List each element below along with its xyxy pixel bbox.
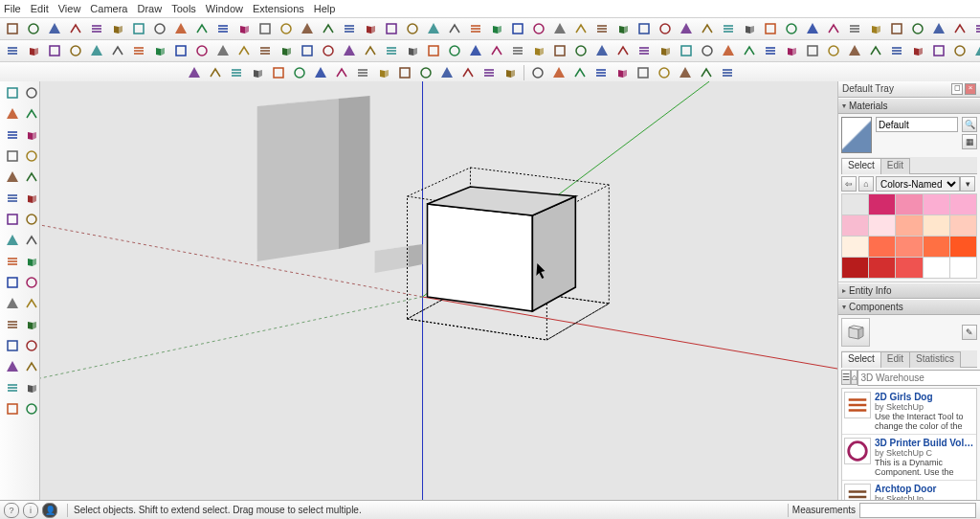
open-button[interactable]	[24, 19, 43, 38]
refresh-button[interactable]	[206, 63, 225, 82]
arc-segments-button[interactable]	[192, 19, 212, 38]
scale-button[interactable]	[403, 41, 422, 60]
polygon-button[interactable]	[192, 41, 212, 60]
rectangle-button[interactable]	[129, 41, 148, 60]
menu-edit[interactable]: Edit	[31, 3, 49, 14]
new-model-button[interactable]	[3, 19, 22, 38]
material-swatch-8[interactable]	[924, 215, 949, 236]
flatten-button[interactable]	[298, 19, 317, 38]
freehand-tool[interactable]	[22, 125, 41, 145]
zoom-extents-button[interactable]	[635, 41, 654, 60]
style-1-button[interactable]	[340, 19, 359, 38]
polygon-tool-button[interactable]	[570, 63, 590, 82]
dimension-button[interactable]	[466, 41, 485, 60]
two-point-arc-button[interactable]	[234, 41, 254, 60]
materials-back-icon[interactable]: ⇦	[841, 176, 857, 192]
materials-current-swatch[interactable]	[841, 117, 872, 153]
material-swatch-1[interactable]	[869, 194, 895, 214]
monochrome-button[interactable]	[824, 19, 843, 38]
material-swatch-4[interactable]	[950, 194, 976, 214]
components-tab-statistics[interactable]: Statistics	[909, 351, 961, 368]
menu-file[interactable]: File	[4, 3, 21, 14]
fog-button[interactable]	[887, 19, 906, 38]
two-arc-tool[interactable]	[22, 147, 41, 166]
solid-shell-button[interactable]	[508, 19, 527, 38]
warehouse-tool[interactable]	[3, 399, 22, 418]
section-cut-button[interactable]	[571, 19, 590, 38]
protractor-button[interactable]	[445, 41, 464, 60]
pan-button[interactable]	[571, 41, 590, 60]
materials-panel-header[interactable]: Materials	[838, 98, 980, 114]
preferences-button[interactable]	[269, 63, 288, 82]
3d-text-tool[interactable]	[22, 294, 41, 313]
axis-green-button[interactable]	[655, 63, 674, 82]
solid-union-button[interactable]	[403, 19, 422, 38]
material-swatch-0[interactable]	[842, 194, 868, 214]
follow-me-tool[interactable]	[22, 231, 41, 250]
hidden-line-button[interactable]	[761, 19, 780, 38]
eraser-button[interactable]	[45, 41, 64, 60]
component-item-0[interactable]: 2D Girls Dogby SketchUpUse the Interact …	[842, 389, 976, 435]
components-apply-icon[interactable]: ✎	[962, 325, 977, 340]
components-home-icon[interactable]: ⌂	[851, 370, 858, 385]
entity-info-panel-header[interactable]: Entity Info	[838, 282, 980, 299]
dynamic-interact-button[interactable]	[416, 63, 435, 82]
isolate-button[interactable]	[677, 19, 696, 38]
components-panel-header[interactable]: Components	[838, 299, 980, 315]
shadow-on-button[interactable]	[845, 19, 864, 38]
rotate-tool[interactable]	[22, 210, 41, 229]
dimension-tool[interactable]	[22, 273, 41, 292]
push-pull-button[interactable]	[298, 41, 317, 60]
warehouse-button[interactable]	[782, 41, 801, 60]
materials-tab-edit[interactable]: Edit	[880, 158, 910, 174]
follow-me-button[interactable]	[319, 41, 338, 60]
zoom-tool[interactable]	[3, 336, 22, 355]
xray-button[interactable]	[698, 19, 717, 38]
down-tool-button[interactable]	[612, 63, 632, 82]
section-tool[interactable]	[22, 378, 41, 397]
menu-bar[interactable]: FileEditViewCameraDrawToolsWindowExtensi…	[0, 0, 980, 18]
inference-lock-button[interactable]	[718, 63, 737, 82]
toggle-a-button[interactable]	[227, 63, 246, 82]
material-swatch-16[interactable]	[869, 258, 895, 278]
materials-home-icon[interactable]: ⌂	[858, 176, 874, 192]
clock-button[interactable]	[185, 63, 204, 82]
animate-export-button[interactable]	[908, 41, 927, 60]
material-swatch-15[interactable]	[842, 258, 868, 278]
align-axis-button[interactable]	[676, 63, 695, 82]
rectangle-tool[interactable]	[3, 168, 22, 187]
menu-extensions[interactable]: Extensions	[253, 3, 304, 14]
3d-viewport[interactable]	[40, 81, 837, 501]
look-around-button[interactable]	[698, 41, 717, 60]
tag-toggle-button[interactable]	[479, 63, 499, 82]
menu-view[interactable]: View	[58, 3, 81, 14]
materials-menu-icon[interactable]: ▾	[960, 176, 975, 192]
rotate-button[interactable]	[382, 41, 401, 60]
shaded-textures-button[interactable]	[803, 19, 822, 38]
line-button[interactable]	[87, 41, 106, 60]
clean-button[interactable]	[256, 19, 275, 38]
entity-info-btn-button[interactable]	[824, 41, 843, 60]
zoom-window-button[interactable]	[613, 41, 633, 60]
model-info-button[interactable]	[290, 63, 309, 82]
make-unique-button[interactable]	[319, 19, 338, 38]
box-selected[interactable]	[428, 187, 576, 311]
material-swatch-9[interactable]	[950, 215, 976, 236]
component-item-1[interactable]: 3D Printer Build Volumeby SketchUp CThis…	[842, 435, 976, 481]
menu-draw[interactable]: Draw	[137, 3, 162, 14]
extension-wh-button[interactable]	[803, 41, 822, 60]
materials-tab-select[interactable]: Select	[841, 158, 881, 174]
sandbox-drape-button[interactable]	[87, 19, 106, 38]
walk-button[interactable]	[719, 41, 738, 60]
position-camera-button[interactable]	[677, 41, 696, 60]
section-plane-2-button[interactable]	[740, 41, 759, 60]
animate-next-button[interactable]	[950, 41, 969, 60]
components-search-field[interactable]	[858, 370, 980, 386]
endpoints-button[interactable]	[950, 19, 969, 38]
measurements-field[interactable]	[859, 503, 976, 518]
material-swatch-17[interactable]	[896, 258, 922, 278]
animate-prev-button[interactable]	[929, 41, 948, 60]
from-contours-button[interactable]	[150, 19, 169, 38]
components-tab-edit[interactable]: Edit	[880, 351, 910, 368]
style-2-button[interactable]	[361, 19, 380, 38]
